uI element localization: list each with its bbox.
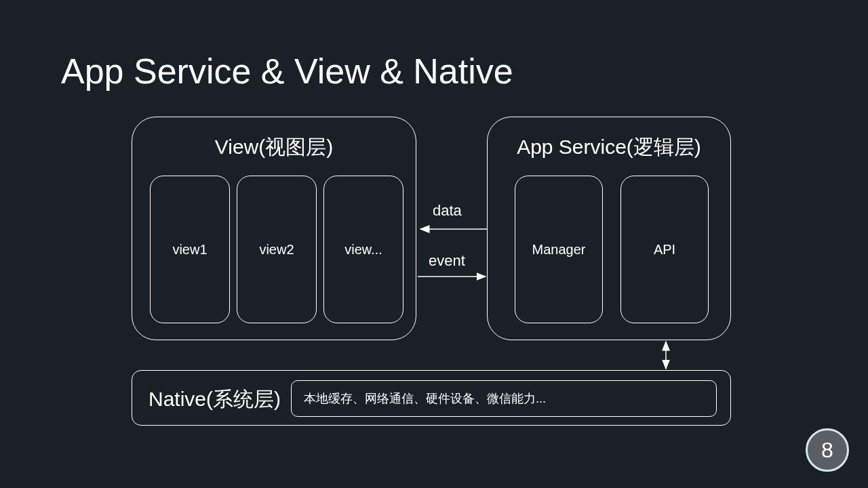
view-item-2: view2 — [237, 176, 317, 323]
event-arrow-label: event — [429, 252, 465, 270]
app-service-item-manager: Manager — [515, 176, 603, 323]
app-service-layer-title: App Service(逻辑层) — [488, 134, 730, 161]
app-service-item-api: API — [620, 176, 709, 323]
slide-title: App Service & View & Native — [61, 51, 513, 92]
native-layer-title: Native(系统层) — [149, 386, 281, 413]
view-item-3: view... — [323, 176, 403, 323]
native-layer-content: 本地缓存、网络通信、硬件设备、微信能力... — [291, 380, 717, 417]
view-layer-title: View(视图层) — [132, 134, 416, 161]
page-number-badge: 8 — [806, 428, 849, 472]
view-item-1: view1 — [150, 176, 230, 323]
view-layer-box: View(视图层) view1 view2 view... — [132, 117, 416, 340]
app-service-layer-box: App Service(逻辑层) Manager API — [487, 117, 731, 340]
data-arrow-label: data — [433, 202, 462, 220]
native-layer-box: Native(系统层) 本地缓存、网络通信、硬件设备、微信能力... — [132, 370, 731, 426]
